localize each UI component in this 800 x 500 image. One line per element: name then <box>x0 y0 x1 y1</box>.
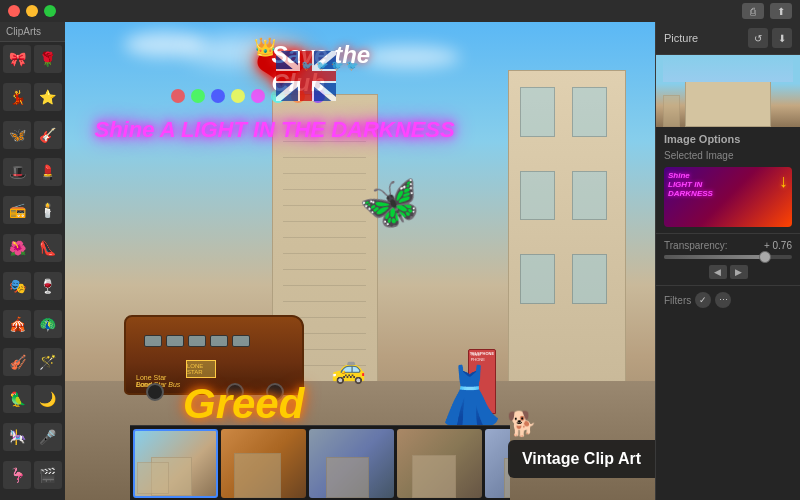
slider-thumb[interactable] <box>759 251 771 263</box>
transparency-slider-track[interactable] <box>664 255 792 259</box>
image-options-title: Image Options <box>664 133 792 145</box>
thumb-neon-text: ShineLIGHT INDARKNESS <box>668 172 713 198</box>
list-item[interactable]: ⭐ <box>34 83 62 111</box>
filmstrip-thumb-1[interactable] <box>133 429 218 498</box>
list-item[interactable]: 🎪 <box>3 310 31 338</box>
filmstrip-thumb-4[interactable] <box>397 429 482 498</box>
canvas-full: Lone Star Bus LONE STAR Shine A LIGHT IN… <box>65 22 655 500</box>
list-item[interactable]: 🕯️ <box>34 196 62 224</box>
dog-element[interactable]: 🐕 <box>507 410 537 438</box>
print-button[interactable]: ⎙ <box>742 3 764 19</box>
filmstrip-thumb-5[interactable] <box>485 429 510 498</box>
right-panel-icons: ↺ ⬇ <box>748 28 792 48</box>
filters-icon[interactable]: ✓ <box>695 292 711 308</box>
share-button[interactable]: ⬆ <box>770 3 792 19</box>
filters-options-icon[interactable]: ⋯ <box>715 292 731 308</box>
download-button[interactable]: ⬇ <box>772 28 792 48</box>
svg-rect-6 <box>300 51 312 101</box>
vintage-clipart-tooltip: Vintage Clip Art <box>508 440 655 478</box>
titlebar: ⎙ ⬆ <box>0 0 800 22</box>
transparency-label-row: Transparency: + 0.76 <box>664 240 792 251</box>
minimize-button[interactable] <box>26 5 38 17</box>
picture-label: Picture <box>664 32 698 44</box>
filters-label: Filters <box>664 295 691 306</box>
list-item[interactable]: 🎭 <box>3 272 31 300</box>
list-item[interactable]: 🎻 <box>3 348 31 376</box>
close-button[interactable] <box>8 5 20 17</box>
image-options-section: Image Options Selected Image ShineLIGHT … <box>656 127 800 234</box>
maximize-button[interactable] <box>44 5 56 17</box>
list-item[interactable]: 🪄 <box>34 348 62 376</box>
list-item[interactable]: 🍷 <box>34 272 62 300</box>
bird-flock: 🐦🐦🐦🐦 <box>301 60 358 71</box>
filmstrip-thumb-3[interactable] <box>309 429 394 498</box>
decrease-button[interactable]: ◀ <box>709 265 727 279</box>
list-item[interactable]: 💄 <box>34 158 62 186</box>
cliparts-header: ClipArts <box>0 22 65 42</box>
transparency-section: Transparency: + 0.76 ◀ ▶ <box>656 234 800 286</box>
union-jack <box>266 46 346 106</box>
slider-arrows: ◀ ▶ <box>664 265 792 279</box>
list-item[interactable]: 🎤 <box>34 423 62 451</box>
list-item[interactable]: 🎀 <box>3 45 31 73</box>
cloud-3 <box>360 46 460 68</box>
selected-image-thumbnail[interactable]: ShineLIGHT INDARKNESS ↓ <box>664 167 792 227</box>
transparency-text: Transparency: <box>664 240 728 251</box>
neon-shine-sign: Shine A LIGHT IN THE DARKNESS <box>95 118 455 142</box>
list-item[interactable]: 🦜 <box>3 385 31 413</box>
sidebar-right: Picture ↺ ⬇ Image Options Selected Image… <box>655 22 800 500</box>
list-item[interactable]: 💃 <box>3 83 31 111</box>
main-layout: ClipArts 🎀 🌹 💃 ⭐ 🦋 🎸 🎩 💄 📻 🕯️ 🌺 👠 🎭 🍷 🎪 … <box>0 22 800 500</box>
titlebar-actions: ⎙ ⬆ <box>742 3 792 19</box>
lady-with-dog[interactable]: 👗 <box>433 362 508 433</box>
car-element[interactable]: 🚕 <box>331 352 366 385</box>
list-item[interactable]: 🎩 <box>3 158 31 186</box>
list-item[interactable]: 🎸 <box>34 121 62 149</box>
filmstrip <box>130 425 510 500</box>
picture-preview <box>656 55 800 127</box>
clipart-grid: 🎀 🌹 💃 ⭐ 🦋 🎸 🎩 💄 📻 🕯️ 🌺 👠 🎭 🍷 🎪 🦚 🎻 🪄 🦜 🌙… <box>0 42 65 500</box>
list-item[interactable]: 🦩 <box>3 461 31 489</box>
selected-image-label: Selected Image <box>664 150 792 161</box>
right-panel-header: Picture ↺ ⬇ <box>656 22 800 55</box>
list-item[interactable]: 🎬 <box>34 461 62 489</box>
list-item[interactable]: 🌹 <box>34 45 62 73</box>
preview-scene <box>656 55 800 127</box>
building-right <box>508 70 626 405</box>
list-item[interactable]: 🌺 <box>3 234 31 262</box>
transparency-value: + 0.76 <box>764 240 792 251</box>
preview-building <box>685 77 771 127</box>
rotate-button[interactable]: ↺ <box>748 28 768 48</box>
list-item[interactable]: 🦋 <box>3 121 31 149</box>
filmstrip-thumb-2[interactable] <box>221 429 306 498</box>
list-item[interactable]: 📻 <box>3 196 31 224</box>
slider-fill <box>664 255 761 259</box>
list-item[interactable]: 🎠 <box>3 423 31 451</box>
increase-button[interactable]: ▶ <box>730 265 748 279</box>
list-item[interactable]: 🦚 <box>34 310 62 338</box>
filters-row: Filters ✓ ⋯ <box>656 286 800 314</box>
neon-greed-sign: Greed <box>183 380 304 428</box>
list-item[interactable]: 🌙 <box>34 385 62 413</box>
list-item[interactable]: 👠 <box>34 234 62 262</box>
sidebar-left: ClipArts 🎀 🌹 💃 ⭐ 🦋 🎸 🎩 💄 📻 🕯️ 🌺 👠 🎭 🍷 🎪 … <box>0 22 65 500</box>
